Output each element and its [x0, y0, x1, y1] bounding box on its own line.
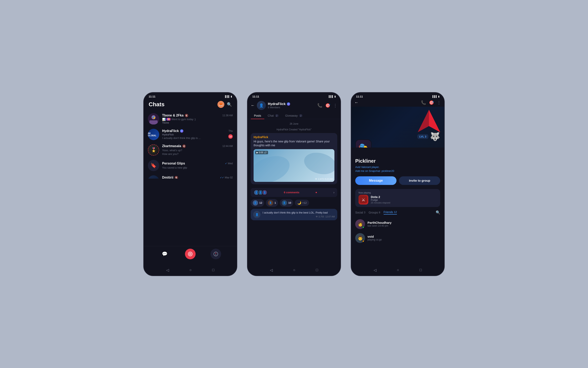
chat-item-dmitrij[interactable]: 🦅 Dmitirij 🔇 ✓✓ May 02 Gordon	[144, 173, 237, 179]
tab-social[interactable]: Social 3	[355, 211, 365, 214]
game-icon: ⚔	[358, 195, 368, 204]
recent-btn-p3[interactable]: □	[419, 268, 422, 272]
chat-actions: 📞 🎯 ⋮	[317, 103, 337, 108]
reaction-3[interactable]: 👤 10	[280, 199, 293, 207]
friend-status-void: playing cs:go	[367, 238, 440, 241]
tab-chat[interactable]: Chat 2	[264, 112, 282, 119]
reaction-2[interactable]: 👤 1	[266, 199, 278, 207]
chat-time-tbone: 11:38 AM	[222, 114, 233, 117]
battery-icon-1: ▮	[231, 95, 232, 98]
reactions-row: 👤 12 👤 1 👤 10 🌙 +12	[251, 199, 337, 207]
game-time: 25 minutes elapsed	[371, 202, 437, 204]
more-icon[interactable]: ⋮	[333, 103, 337, 108]
online-indicator-void	[362, 240, 365, 243]
nav-compass-btn[interactable]	[211, 249, 221, 259]
friends-tabs: Social 3 Groups 8 Friends 12 🔍	[351, 210, 444, 215]
comments-row[interactable]: 👤 👤 👤 6 comments ›	[251, 188, 337, 197]
chats-title: Chats	[149, 101, 165, 108]
chat-name-personal: Personal Glips	[162, 162, 185, 165]
friends-search-icon[interactable]: 🔍	[436, 210, 440, 215]
friend-info-parth: ParthChoudhary last seen 14:40 pm	[367, 221, 440, 227]
time-1: 11:11	[149, 95, 155, 98]
profile-header-bar: ← 📞 🎯 ⋮	[351, 99, 444, 107]
phone-profile: 11:11 ▌▌▌ ▮ ← 📞 🎯 ⋮ 🎭	[351, 92, 445, 276]
search-icon[interactable]: 🔍	[227, 102, 232, 107]
call-icon[interactable]: 📞	[317, 103, 322, 108]
verified-badge-group: ✓	[287, 102, 290, 106]
dragon-icon: 🐺	[430, 132, 440, 141]
group-name: HydraFlick	[268, 102, 286, 106]
friend-item-void[interactable]: 👨 void playing cs:go	[351, 231, 444, 245]
comment-avatars: 👤 👤 👤	[254, 190, 267, 195]
status-icons-3: ▌▌▌ ▮	[433, 95, 439, 98]
post-sender: HydraFlick	[254, 136, 334, 139]
back-btn-1[interactable]: ◁	[166, 268, 169, 272]
home-btn-p2[interactable]: ○	[293, 268, 295, 272]
profile-name: Pickliner	[355, 158, 440, 164]
more-icon-3[interactable]: ⋮	[437, 100, 441, 105]
target-icon[interactable]: 🎯	[325, 103, 330, 108]
nav-chat-btn[interactable]: 💬	[160, 249, 170, 259]
profile-action-buttons: Message Invite to group	[351, 176, 444, 189]
group-info: HydraFlick ✓ 6 Members	[268, 102, 315, 109]
friend-item-parth[interactable]: 👩 ParthChoudhary last seen 14:40 pm	[351, 217, 444, 231]
chat-avatar-tbone: 🎭	[148, 113, 159, 125]
unread-hydra: 12	[228, 134, 233, 139]
user-message: 👤 I actually don't think this glip is th…	[251, 209, 337, 220]
home-btn-p3[interactable]: ○	[397, 268, 399, 272]
reaction-1[interactable]: 👤 12	[251, 199, 264, 207]
msg-views: 👁 3,755	[316, 215, 324, 218]
phone-chats: 11:11 ▌▌▌ ▮ Chats 🦊 🔍 🎭	[143, 92, 237, 276]
game-name: Dota 2	[371, 195, 437, 199]
chat-preview-tbone: Went to gym today :)	[171, 118, 196, 121]
chat-content-hydra: HydraFlick ✓ Thu HydraFlick I actually d…	[162, 129, 233, 140]
chat-avatar-zkart: 🎖️	[148, 144, 159, 156]
reaction-more[interactable]: 🌙 +12	[295, 200, 309, 206]
valorant-logo	[416, 108, 442, 134]
soundwave-icon: 📊	[162, 118, 166, 121]
back-btn-p3[interactable]: ◁	[374, 268, 376, 272]
target-icon-3[interactable]: 🎯	[429, 100, 434, 105]
status-bar-3: 11:11 ▌▌▌ ▮	[351, 92, 444, 99]
home-btn-1[interactable]: ○	[189, 268, 192, 272]
svg-marker-11	[429, 110, 440, 132]
chat-item-tbone[interactable]: 🎭 Tbone & 2Fka 🔇 11:38 AM 📊 🎨 Went t	[144, 111, 237, 127]
now-playing: Now playing ⚔ Dota 2 Pudge 25 minutes el…	[355, 189, 440, 207]
tab-friends[interactable]: Friends 12	[384, 211, 397, 215]
profile-avatar: 🎭	[355, 139, 372, 147]
chat-content-zkart: Zkartmasala 🔇 12:44 AM Yooo, what's up?H…	[162, 144, 233, 156]
tab-giveaway[interactable]: Giveaway 2	[282, 112, 306, 119]
chat-name-hydra: HydraFlick	[162, 129, 179, 133]
message-button[interactable]: Message	[355, 176, 396, 185]
online-indicator-parth	[362, 226, 365, 229]
video-thumb[interactable]: ▶ 0:05 🔊 ▶ 👁 2,473 8:22 AM	[254, 149, 334, 182]
chats-header: Chats 🦊 🔍	[144, 99, 237, 111]
back-btn-2[interactable]: ←	[251, 103, 255, 108]
chat-item-zkart[interactable]: 🎖️ Zkartmasala 🔇 12:44 AM Yooo, what's u…	[144, 142, 237, 158]
status-bar-1: 11:11 ▌▌▌ ▮	[144, 92, 237, 99]
tab-groups[interactable]: Groups 8	[368, 211, 380, 214]
tab-posts[interactable]: Posts	[251, 112, 264, 119]
chat-list: 🎭 Tbone & 2Fka 🔇 11:38 AM 📊 🎨 Went t	[144, 111, 237, 179]
friend-status-parth: last seen 14:40 pm	[367, 224, 440, 227]
chat-preview-hydra: I actually don't think this glip is ...	[162, 137, 201, 139]
sub-name-hydra: HydraFlick	[162, 133, 201, 136]
back-btn-p2[interactable]: ◁	[270, 268, 273, 272]
chat-preview-personal: You saved a new glip	[162, 166, 187, 169]
sub-name-tbone: Tbone	[162, 121, 169, 124]
chat-content-tbone: Tbone & 2Fka 🔇 11:38 AM 📊 🎨 Went to gym …	[162, 114, 233, 124]
video-stats: 👁 2,473 8:22 AM	[315, 178, 333, 180]
chat-item-personal[interactable]: 🔖 Personal Glips ✓ Wed You saved a new g…	[144, 158, 237, 173]
call-icon-3[interactable]: 📞	[421, 100, 426, 105]
chat-preview-zkart: Yooo, what's up?How are you?	[162, 149, 182, 156]
chat-time-dmitrij: May 02	[225, 176, 233, 179]
user-avatar[interactable]: 🦊	[217, 101, 224, 108]
nav-glips-btn[interactable]	[185, 249, 196, 259]
recent-btn-p2[interactable]: □	[316, 268, 318, 272]
group-members: 6 Members	[268, 106, 315, 109]
back-btn-3[interactable]: ←	[355, 100, 358, 105]
recent-btn-1[interactable]: □	[212, 268, 214, 272]
chat-item-hydra[interactable]: AE GLOBAL HydraFlick ✓ Thu HydraFlick I …	[144, 127, 237, 142]
invite-to-group-button[interactable]: Invite to group	[399, 176, 440, 185]
svg-marker-8	[215, 252, 216, 254]
